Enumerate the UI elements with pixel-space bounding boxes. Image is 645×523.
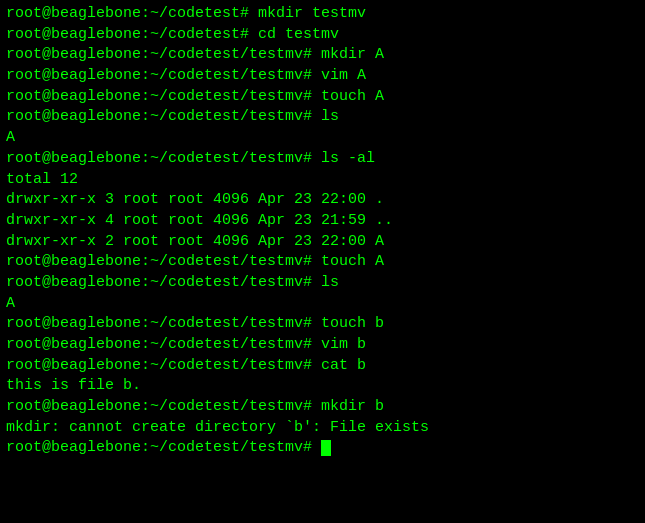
terminal-window[interactable]: root@beaglebone:~/codetest# mkdir testmv… [0,0,645,523]
output-line: this is file b. [6,376,639,397]
command-line: root@beaglebone:~/codetest/testmv# mkdir… [6,397,639,418]
output-line: drwxr-xr-x 3 root root 4096 Apr 23 22:00… [6,190,639,211]
output-line: mkdir: cannot create directory `b': File… [6,418,639,439]
output-line: A [6,128,639,149]
terminal-cursor [321,440,331,456]
command-line: root@beaglebone:~/codetest# mkdir testmv [6,4,639,25]
command-line: root@beaglebone:~/codetest/testmv# touch… [6,314,639,335]
terminal-content: root@beaglebone:~/codetest# mkdir testmv… [6,4,639,459]
output-line: total 12 [6,170,639,191]
command-line: root@beaglebone:~/codetest# cd testmv [6,25,639,46]
command-line: root@beaglebone:~/codetest/testmv# ls -a… [6,149,639,170]
command-line: root@beaglebone:~/codetest/testmv# touch… [6,252,639,273]
output-line: drwxr-xr-x 4 root root 4096 Apr 23 21:59… [6,211,639,232]
command-line: root@beaglebone:~/codetest/testmv# mkdir… [6,45,639,66]
command-line: root@beaglebone:~/codetest/testmv# vim b [6,335,639,356]
command-line: root@beaglebone:~/codetest/testmv# ls [6,107,639,128]
command-line: root@beaglebone:~/codetest/testmv# touch… [6,87,639,108]
output-line: drwxr-xr-x 2 root root 4096 Apr 23 22:00… [6,232,639,253]
output-line: A [6,294,639,315]
command-line: root@beaglebone:~/codetest/testmv# ls [6,273,639,294]
command-line: root@beaglebone:~/codetest/testmv# vim A [6,66,639,87]
command-line: root@beaglebone:~/codetest/testmv# cat b [6,356,639,377]
command-line: root@beaglebone:~/codetest/testmv# [6,438,639,459]
